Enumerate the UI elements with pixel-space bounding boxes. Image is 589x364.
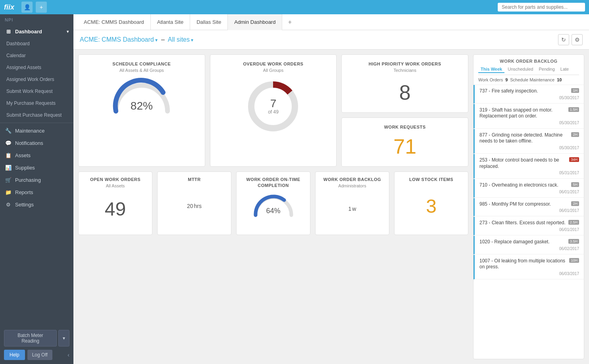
schedule-maintenance-label: Schedule Maintenance xyxy=(510,77,554,82)
settings-button[interactable]: ⚙ xyxy=(572,34,583,45)
kpi-right-col: HIGH PRIORITY WORK ORDERS Technicians 8 … xyxy=(341,54,468,167)
batch-meter-reading-button[interactable]: Batch Meter Reading xyxy=(4,330,57,347)
kpi-wr-value: 71 xyxy=(393,135,416,158)
sidebar-sub-label: Dashboard xyxy=(6,41,30,46)
kpi-owo-title: OVERDUE WORK ORDERS xyxy=(243,61,304,67)
backlog-panel: WORK ORDER BACKLOG This Week Unscheduled… xyxy=(473,54,584,359)
kpi-low-stock: LOW STOCK ITEMS 3 xyxy=(394,171,468,235)
search-input[interactable] xyxy=(498,3,585,12)
sidebar-item-settings[interactable]: ⚙ Settings xyxy=(0,198,73,211)
backlog-list-item[interactable]: 253 - Motor control board needs to be re… xyxy=(474,154,584,179)
sidebar-sub-label: My Purchase Requests xyxy=(6,100,56,106)
batch-dropdown-button[interactable]: ▾ xyxy=(58,330,69,347)
collapse-sidebar-button[interactable]: ‹ xyxy=(67,350,69,360)
assets-icon: 📋 xyxy=(5,152,12,158)
kpi-ls-title: LOW STOCK ITEMS xyxy=(409,177,453,183)
dashboard-title-text: ACME: CMMS Dashboard xyxy=(80,36,158,43)
refresh-button[interactable]: ↻ xyxy=(558,34,569,45)
kpi-bl-subtitle: Administrators xyxy=(338,183,366,188)
backlog-sub-header: Work Orders 9 Schedule Maintenance 10 xyxy=(474,75,584,85)
sidebar-item-calendar[interactable]: Calendar xyxy=(0,50,73,62)
backlog-tab-pending[interactable]: Pending xyxy=(536,66,557,73)
tab-atlanta-site[interactable]: Atlanta Site xyxy=(151,14,191,30)
sidebar-item-label: Assets xyxy=(15,152,31,158)
sidebar-npi-label: NPI xyxy=(0,14,73,25)
backlog-list-item[interactable]: 1007 - Oil leaking from multiple locatio… xyxy=(474,255,584,279)
sidebar-item-supplies[interactable]: 📊 Supplies xyxy=(0,162,73,174)
kpi-row-top: SCHEDULE COMPLIANCE All Assets & All Gro… xyxy=(78,54,468,167)
sidebar-item-maintenance[interactable]: 🔧 Maintenance xyxy=(0,125,73,137)
backlog-panel-title: WORK ORDER BACKLOG xyxy=(478,59,579,64)
maintenance-icon: 🔧 xyxy=(5,128,12,134)
kpi-row-bottom: OPEN WORK ORDERS All Assets 49 MTTR 20hr… xyxy=(78,171,468,235)
dashboard-icon: ⊞ xyxy=(5,29,12,35)
help-button[interactable]: Help xyxy=(4,350,25,360)
backlog-list-item[interactable]: 877 - Grinding noise detected. Machine n… xyxy=(474,129,584,154)
backlog-tabs: This Week Unscheduled Pending Late xyxy=(478,66,579,75)
kpi-ontime-completion: WORK ORDER ON-TIME COMPLETION 64% xyxy=(236,171,310,235)
backlog-list-item[interactable]: 737 - Fire safety inspection. 1H 05/30/2… xyxy=(474,85,584,104)
kpi-ls-value: 3 xyxy=(426,195,437,217)
sidebar-item-assets[interactable]: 📋 Assets xyxy=(0,149,73,162)
tabs-bar: ACME: CMMS Dashboard Atlanta Site Dallas… xyxy=(73,14,589,30)
sidebar-item-reports[interactable]: 📁 Reports xyxy=(0,186,73,198)
kpi-bl-value: 1w xyxy=(348,206,356,212)
kpi-otc-value: 64% xyxy=(266,207,280,215)
purchasing-icon: 🛒 xyxy=(5,177,12,183)
add-icon[interactable]: + xyxy=(36,2,47,13)
kpi-sc-subtitle: All Assets & All Groups xyxy=(119,68,164,73)
settings-icon: ⚙ xyxy=(5,202,12,208)
sidebar-item-submit-purchase-request[interactable]: Submit Purchase Request xyxy=(0,109,73,121)
backlog-list-item[interactable]: 985 - Monthly PM for compressor. 2H 06/0… xyxy=(474,198,584,217)
backlog-tab-late[interactable]: Late xyxy=(558,66,571,73)
sidebar-item-purchasing[interactable]: 🛒 Purchasing xyxy=(0,174,73,186)
kpi-schedule-compliance: SCHEDULE COMPLIANCE All Assets & All Gro… xyxy=(78,54,205,167)
tab-dallas-site[interactable]: Dallas Site xyxy=(190,14,228,30)
sidebar-item-label: Settings xyxy=(15,202,34,208)
reports-icon: 📁 xyxy=(5,189,12,195)
sidebar-item-dashboard[interactable]: ⊞ Dashboard ▾ xyxy=(0,25,73,38)
user-icon[interactable]: 👤 xyxy=(21,2,33,13)
sidebar-item-label: Dashboard xyxy=(15,29,42,35)
sidebar-item-notifications[interactable]: 💬 Notifications xyxy=(0,137,73,149)
backlog-list-item[interactable]: 1020 - Replace damaged gasket. 3.5H 06/0… xyxy=(474,236,584,254)
sidebar-item-label: Notifications xyxy=(15,140,43,146)
backlog-header: WORK ORDER BACKLOG This Week Unscheduled… xyxy=(474,55,584,75)
topbar: fiix 👤 + xyxy=(0,0,589,14)
sidebar-item-submit-work-request[interactable]: Submit Work Request xyxy=(0,85,73,97)
schedule-maintenance-count: 10 xyxy=(557,77,562,82)
backlog-list-item[interactable]: 319 - Shaft has snapped on motor. Replac… xyxy=(474,104,584,129)
page-title: ACME: CMMS Dashboard – All sites xyxy=(80,36,193,43)
sidebar-item-label: Maintenance xyxy=(15,128,44,134)
sidebar-item-dashboard-sub[interactable]: Dashboard xyxy=(0,38,73,50)
sidebar-sub-label: Assigned Assets xyxy=(6,65,41,70)
sidebar-sub-label: Submit Purchase Request xyxy=(6,112,62,118)
chevron-down-icon: ▾ xyxy=(67,29,69,34)
kpi-owo-subtitle: All Groups xyxy=(263,68,283,73)
kpi-bl-title: WORK ORDER BACKLOG xyxy=(323,177,381,183)
tab-admin-dashboard[interactable]: Admin Dashboard xyxy=(228,14,282,30)
ontime-completion-gauge: 64% xyxy=(252,192,295,216)
work-orders-count: 9 xyxy=(505,77,508,82)
kpi-hp-value: 8 xyxy=(399,81,411,104)
sidebar-item-label: Supplies xyxy=(15,165,35,171)
schedule-compliance-gauge: 82% xyxy=(110,77,173,113)
kpi-backlog: WORK ORDER BACKLOG Administrators 1w xyxy=(315,171,389,235)
backlog-tab-unscheduled[interactable]: Unscheduled xyxy=(505,66,535,73)
sidebar-item-my-purchase-requests[interactable]: My Purchase Requests xyxy=(0,97,73,109)
sidebar-item-assigned-work-orders[interactable]: Assigned Work Orders xyxy=(0,73,73,85)
logoff-button[interactable]: Log Off xyxy=(27,350,52,360)
sidebar-item-label: Reports xyxy=(15,189,33,195)
site-selector[interactable]: All sites xyxy=(168,36,193,43)
kpi-hp-title: HIGH PRIORITY WORK ORDERS xyxy=(369,61,441,67)
tab-add-button[interactable]: + xyxy=(284,16,296,28)
sidebar: NPI ⊞ Dashboard ▾ Dashboard Calendar Ass… xyxy=(0,14,73,364)
backlog-tab-this-week[interactable]: This Week xyxy=(478,66,504,73)
kpi-owo-value: 7 of 49 xyxy=(268,98,279,115)
backlog-list-item[interactable]: 710 - Overheating in electronics rack. 5… xyxy=(474,179,584,198)
logo: fiix xyxy=(4,3,14,12)
tab-cmms-dashboard[interactable]: ACME: CMMS Dashboard xyxy=(77,14,151,30)
kpi-wr-title: WORK REQUESTS xyxy=(384,124,426,130)
backlog-list-item[interactable]: 273 - Clean filters. Excess dust reporte… xyxy=(474,217,584,235)
sidebar-item-assigned-assets[interactable]: Assigned Assets xyxy=(0,62,73,73)
